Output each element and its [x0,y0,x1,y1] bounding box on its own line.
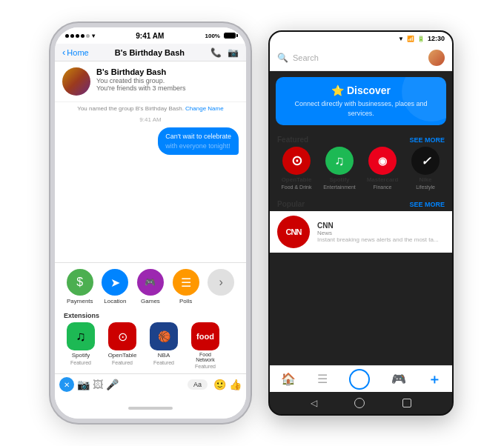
android-status-right: ▼ 📶 🔋 12:30 [398,35,445,42]
nike-featured-name: Nike [420,176,432,183]
call-icon[interactable]: 📞 [210,47,222,58]
games-label: Games [141,298,160,304]
cnn-category: News [317,230,445,236]
action-icons-row: $ Payments ➤ Location 🎮 Games ☰ Polls › [55,269,246,309]
featured-row: ⊙ OpenTable Food & Drink ♫ Spotify Enter… [270,147,452,196]
opentable-featured[interactable]: ⊙ OpenTable Food & Drink [277,147,316,190]
search-input[interactable]: Search [293,53,424,62]
search-icon: 🔍 [277,53,288,63]
android-time: 12:30 [428,35,445,42]
menu-nav-icon[interactable]: ☰ [317,372,328,386]
nba-sub: Featured [153,360,174,365]
more-action[interactable]: › [208,269,234,304]
food-network-icon: food [191,322,219,350]
opentable-name: OpenTable [108,352,137,359]
cnn-description: Instant breaking news alerts and the mos… [317,236,445,243]
chat-bubble: Can't wait to celebrate with everyone to… [158,127,239,155]
status-left: ▾ [65,33,95,39]
opentable-category: Food & Drink [282,184,312,190]
polls-icon: ☰ [173,269,199,296]
polls-action[interactable]: ☰ Polls [173,269,199,304]
compose-nav-button[interactable] [349,369,370,390]
cnn-info: CNN News Instant breaking news alerts an… [317,222,445,243]
back-nav-button[interactable]: ◁ [311,398,317,408]
text-input[interactable]: Aa [188,379,208,390]
food-network-name: FoodNetwork [196,352,215,362]
food-network-sub: Featured [195,364,216,369]
popular-see-more[interactable]: SEE MORE [409,201,445,208]
opentable-extension[interactable]: ⊙ OpenTable Featured [104,322,141,369]
cnn-name: CNN [317,222,445,230]
featured-label: Featured [277,136,308,144]
conversation-title: B's Birthday Bash [93,48,206,57]
spotify-category: Entertainment [323,184,356,190]
change-name-link[interactable]: Change Name [185,105,224,112]
action-panel: $ Payments ➤ Location 🎮 Games ☰ Polls › [55,262,246,398]
cnn-popular-item[interactable]: CNN CNN News Instant breaking news alert… [270,211,452,253]
nba-extension[interactable]: 🏀 NBA Featured [145,322,182,369]
header-action-icons: 📞 📷 [210,47,239,58]
recents-nav-button[interactable] [402,399,411,407]
opentable-sub: Featured [112,360,133,365]
bubble-line1: Can't wait to celebrate [165,132,231,142]
back-label: Home [67,48,88,57]
camera-icon[interactable]: 📷 [77,379,90,390]
opentable-featured-name: OpenTable [282,176,312,183]
video-icon[interactable]: 📷 [228,47,239,58]
featured-see-more[interactable]: SEE MORE [409,136,445,144]
spotify-sub: Featured [70,360,91,365]
discover-banner[interactable]: ⭐ Discover Connect directly with busines… [276,77,446,125]
opentable-icon: ⊙ [108,322,136,350]
mastercard-category: Finance [374,184,392,190]
polls-label: Polls [179,298,192,304]
mastercard-featured-name: Mastercard [367,176,399,183]
back-chevron-icon: ‹ [62,47,65,58]
home-nav-button[interactable] [354,398,365,408]
scene: ▾ 9:41 AM 100% ‹ Home B's Birthday Bash … [39,11,465,435]
mastercard-featured[interactable]: ◉ Mastercard Finance [363,147,402,190]
group-friends: You're friends with 3 members [96,84,185,92]
group-info: B's Birthday Bash You created this group… [55,61,246,102]
location-icon: ➤ [102,269,128,296]
mic-icon[interactable]: 🎤 [106,379,119,390]
games-action[interactable]: 🎮 Games [137,269,164,304]
extensions-row: ♫ Spotify Featured ⊙ OpenTable Featured … [55,322,246,373]
add-nav-icon[interactable]: ＋ [428,370,441,388]
nike-featured[interactable]: ✓ Nike Lifestyle [406,147,445,190]
payments-action[interactable]: $ Payments [67,269,93,304]
like-button[interactable]: 👍 [229,379,242,390]
signal-icon [65,34,90,38]
image-icon[interactable]: 🖼 [93,379,103,390]
battery-icon: 🔋 [417,36,425,42]
battery-percent: 100% [205,33,220,39]
iphone-home-area [55,398,246,419]
back-button[interactable]: ‹ Home [62,47,89,58]
spotify-icon: ♫ [67,322,95,350]
spotify-extension[interactable]: ♫ Spotify Featured [62,322,99,369]
discover-subtitle: Connect directly with businesses, places… [286,99,436,118]
spotify-featured[interactable]: ♫ Spotify Entertainment [320,147,359,190]
spotify-name: Spotify [72,352,90,359]
food-network-extension[interactable]: food FoodNetwork Featured [187,322,224,369]
emoji-icon[interactable]: 🙂 [213,379,226,390]
chat-area: B's Birthday Bash You created this group… [55,61,246,262]
games-nav-icon[interactable]: 🎮 [391,372,406,386]
group-created: You created this group. [96,77,185,84]
chat-bubble-row: Can't wait to celebrate with everyone to… [55,124,246,158]
home-nav-icon[interactable]: 🏠 [281,372,296,386]
group-info-text: B's Birthday Bash You created this group… [96,67,185,92]
status-right: 100% [205,33,236,39]
iphone-device: ▾ 9:41 AM 100% ‹ Home B's Birthday Bash … [50,23,251,423]
group-avatar [62,67,90,96]
signal-icon: ▼ [398,36,404,42]
message-timestamp: 9:41 AM [55,115,246,124]
close-panel-button[interactable]: ✕ [59,377,74,392]
nba-icon: 🏀 [150,322,178,350]
messenger-header: ‹ Home B's Birthday Bash 📞 📷 [55,44,246,61]
popular-section-header: Popular SEE MORE [270,196,452,211]
system-message: You named the group B's Birthday Bash. C… [55,102,246,115]
discover-star-icon: ⭐ [331,84,344,96]
location-action[interactable]: ➤ Location [102,269,128,304]
android-status-bar: ▼ 📶 🔋 12:30 [270,32,452,45]
more-icon: › [208,269,234,296]
